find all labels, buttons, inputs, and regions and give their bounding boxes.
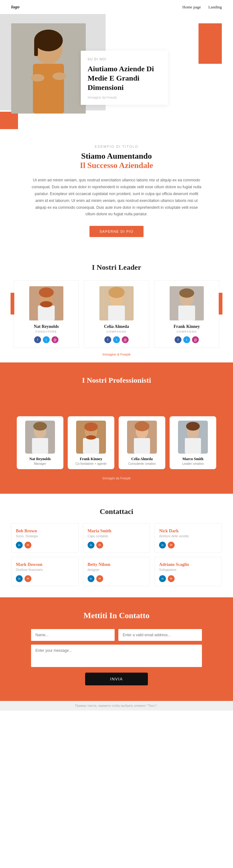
email-icon[interactable]: ✉ bbox=[168, 541, 175, 549]
message-input[interactable] bbox=[31, 645, 202, 667]
svg-point-3 bbox=[31, 74, 44, 82]
hero-text-box: SU DI NOI Aiutiamo Aziende Di Medie E Gr… bbox=[81, 51, 168, 105]
email-icon[interactable]: ✉ bbox=[25, 575, 31, 582]
form-title: Mettiti In Contatto bbox=[31, 611, 202, 620]
contact-role-0: Socio, Strategia bbox=[16, 534, 74, 538]
svg-rect-35 bbox=[185, 438, 201, 454]
prof-photo-1 bbox=[76, 421, 106, 454]
name-input[interactable] bbox=[31, 629, 114, 641]
linkedin-icon[interactable]: in bbox=[88, 575, 94, 582]
hero-orange-bottom-left bbox=[0, 112, 18, 129]
form-row-1 bbox=[31, 629, 202, 641]
professionals-grid: Nat Reynolds Manager Frank Kinney Co-fon… bbox=[9, 395, 224, 469]
svg-rect-2 bbox=[33, 64, 64, 114]
instagram-icon[interactable]: @ bbox=[52, 336, 58, 343]
hero-section: SU DI NOI Aiutiamo Aziende Di Medie E Gr… bbox=[0, 14, 233, 129]
contact-section: Contattaci Bob Brown Socio, Strategia in… bbox=[0, 494, 233, 597]
nav-links: Home page Landing bbox=[182, 5, 222, 10]
facebook-icon[interactable]: f bbox=[175, 336, 181, 343]
nav-landing[interactable]: Landing bbox=[208, 5, 222, 10]
svg-point-5 bbox=[34, 30, 63, 51]
contact-card-4: Betty Nilson designer in ✉ bbox=[83, 557, 151, 586]
leader-name-1: Celia Almeda bbox=[87, 324, 146, 329]
prof-role-3: Leader creativo bbox=[173, 462, 213, 465]
svg-rect-18 bbox=[178, 306, 195, 320]
section-success: ESEMPIO DI TITOLO Stiamo Aumentando Il S… bbox=[0, 129, 233, 251]
section2-body: Ut enim ad minim veniam, quis nostrud ex… bbox=[31, 177, 202, 218]
svg-point-23 bbox=[33, 422, 47, 431]
learn-more-button[interactable]: SAPERNE DI PIÙ bbox=[90, 226, 143, 237]
contact-card-1: Maria Smith Capo contabile in ✉ bbox=[83, 523, 151, 553]
email-input[interactable] bbox=[119, 629, 202, 641]
prof-photo-0 bbox=[25, 421, 55, 454]
leader-photo-0 bbox=[29, 286, 63, 320]
prof-card-0: Nat Reynolds Manager bbox=[17, 416, 63, 469]
hero-sudi-label: SU DI NOI bbox=[88, 58, 161, 61]
hero-inner: SU DI NOI Aiutiamo Aziende Di Medie E Gr… bbox=[11, 23, 222, 114]
professionals-section: I Nostri Professionisti Nat Reynolds Man… bbox=[0, 363, 233, 494]
svg-point-10 bbox=[40, 301, 53, 307]
facebook-icon[interactable]: f bbox=[34, 336, 41, 343]
hero-image bbox=[11, 23, 86, 114]
leader-photo-1 bbox=[99, 286, 134, 320]
svg-rect-6 bbox=[34, 40, 38, 56]
leaders-orange-right bbox=[219, 293, 223, 314]
email-icon[interactable]: ✉ bbox=[25, 541, 31, 549]
contact-grid: Bob Brown Socio, Strategia in ✉ Maria Sm… bbox=[11, 523, 222, 586]
linkedin-icon[interactable]: in bbox=[159, 541, 166, 549]
footer-note: Пример текста, нажмите чтобы выбрать эле… bbox=[0, 701, 233, 711]
leader-role-1: COMPAGNO bbox=[87, 330, 146, 333]
svg-rect-22 bbox=[32, 438, 48, 454]
prof-role-0: Manager bbox=[20, 462, 60, 465]
prof-photo-3 bbox=[178, 421, 208, 454]
svg-rect-9 bbox=[38, 306, 55, 320]
contact-card-5: Adriano Scaglio Sviluppatore in ✉ bbox=[155, 557, 222, 586]
contact-name-4: Betty Nilson bbox=[88, 562, 146, 567]
leader-card-1: Celia Almeda COMPAGNO f t @ bbox=[84, 280, 149, 348]
linkedin-icon[interactable]: in bbox=[159, 575, 166, 582]
instagram-icon[interactable]: @ bbox=[122, 336, 129, 343]
twitter-icon[interactable]: t bbox=[183, 336, 190, 343]
contact-role-1: Capo contabile bbox=[88, 534, 146, 538]
prof-card-2: Celia Almeda Consulente creativo bbox=[119, 416, 165, 469]
prof-role-1: Co-fondatore + agente bbox=[71, 462, 111, 465]
email-icon[interactable]: ✉ bbox=[96, 575, 103, 582]
prof-card-1: Frank Kinney Co-fondatore + agente bbox=[68, 416, 114, 469]
nav-home[interactable]: Home page bbox=[182, 5, 201, 10]
prof-photo-2 bbox=[127, 421, 157, 454]
contact-role-5: Sviluppatore bbox=[159, 568, 217, 571]
leader-social-0: f t @ bbox=[17, 336, 75, 343]
section2-title: Stiamo Aumentando Il Successo Aziendale bbox=[31, 152, 202, 170]
linkedin-icon[interactable]: in bbox=[16, 575, 23, 582]
prof-name-2: Celia Almeda bbox=[122, 457, 162, 461]
instagram-icon[interactable]: @ bbox=[192, 336, 199, 343]
svg-rect-26 bbox=[83, 438, 99, 454]
professionals-title: I Nostri Professionisti bbox=[9, 376, 224, 384]
svg-rect-31 bbox=[134, 438, 150, 454]
linkedin-icon[interactable]: in bbox=[16, 541, 23, 549]
prof-name-0: Nat Reynolds bbox=[20, 457, 60, 461]
facebook-icon[interactable]: f bbox=[104, 336, 111, 343]
svg-point-27 bbox=[84, 423, 98, 431]
leader-card-0: Nat Reynolds FONDATORE f t @ bbox=[14, 280, 79, 348]
svg-rect-14 bbox=[108, 306, 125, 320]
email-icon[interactable]: ✉ bbox=[168, 575, 175, 582]
submit-button[interactable]: INVIA bbox=[85, 673, 147, 685]
leader-role-0: FONDATORE bbox=[17, 330, 75, 333]
contact-role-4: designer bbox=[88, 568, 146, 571]
contact-card-3: Mark Dowson Direttore finanziario in ✉ bbox=[11, 557, 78, 586]
prof-name-1: Frank Kinney bbox=[71, 457, 111, 461]
linkedin-icon[interactable]: in bbox=[88, 541, 94, 549]
prof-card-3: Marco Smith Leader creativo bbox=[170, 416, 216, 469]
svg-point-15 bbox=[108, 287, 125, 298]
contact-card-0: Bob Brown Socio, Strategia in ✉ bbox=[11, 523, 78, 553]
leader-name-0: Nat Reynolds bbox=[17, 324, 75, 329]
contact-name-0: Bob Brown bbox=[16, 529, 74, 533]
leaders-title: I Nostri Leader bbox=[11, 263, 222, 272]
contact-role-3: Direttore finanziario bbox=[16, 568, 74, 571]
twitter-icon[interactable]: t bbox=[43, 336, 50, 343]
email-icon[interactable]: ✉ bbox=[96, 541, 103, 549]
svg-point-28 bbox=[86, 435, 96, 440]
twitter-icon[interactable]: t bbox=[113, 336, 120, 343]
leader-card-2: Frank Kinney COMPAGNO f t @ bbox=[154, 280, 219, 348]
